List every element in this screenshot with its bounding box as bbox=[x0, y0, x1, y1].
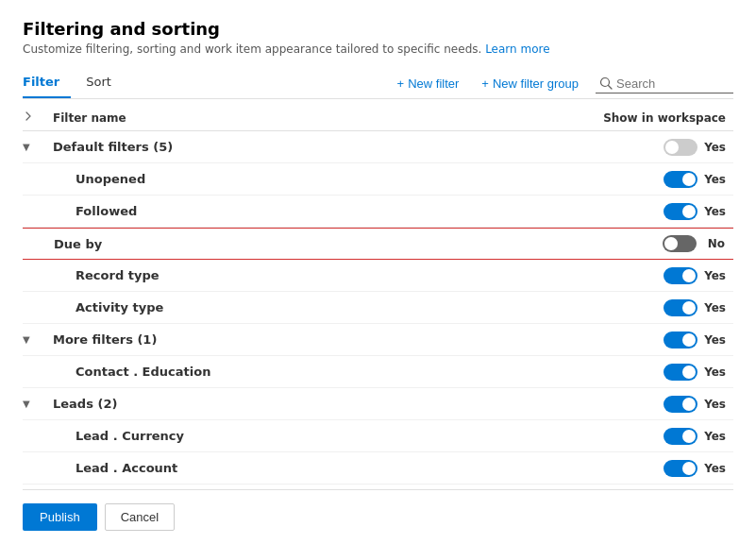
plus-icon: + bbox=[397, 76, 405, 91]
toolbar-actions: + New filter + New filter group bbox=[392, 73, 733, 94]
toggle-label-unopened: Yes bbox=[703, 173, 726, 186]
table-header: Filter name Show in workspace bbox=[23, 103, 733, 131]
filter-row-record-type: Record type Yes bbox=[23, 260, 733, 292]
expand-col-icon bbox=[23, 110, 34, 122]
filter-row-contact-education: Contact . Education Yes bbox=[23, 356, 733, 388]
toggle-default-filters[interactable] bbox=[664, 139, 697, 156]
toggle-label-record-type: Yes bbox=[703, 269, 726, 282]
tabs: Filter Sort bbox=[23, 69, 138, 98]
toggle-label-lead-currency: Yes bbox=[703, 430, 726, 443]
toggle-activity-type[interactable] bbox=[664, 299, 697, 316]
filter-label-unopened: Unopened bbox=[76, 172, 582, 186]
toggle-label-followed: Yes bbox=[703, 205, 726, 218]
toggle-unopened[interactable] bbox=[664, 171, 697, 188]
filter-row-lead-account: Lead . Account Yes bbox=[23, 452, 733, 484]
col-filter-name: Filter name bbox=[53, 111, 582, 125]
toggle-lead-currency[interactable] bbox=[664, 428, 697, 445]
toggle-followed[interactable] bbox=[664, 203, 697, 220]
toggle-contact-education[interactable] bbox=[664, 364, 697, 381]
filter-label-more-filters: More filters (1) bbox=[53, 332, 582, 347]
filter-row-default-filters: ▼ Default filters (5) Yes bbox=[23, 131, 733, 163]
new-filter-button[interactable]: + New filter bbox=[392, 73, 465, 94]
col-show-workspace: Show in workspace bbox=[582, 111, 733, 125]
filter-label-lead-currency: Lead . Currency bbox=[76, 429, 582, 443]
toggle-label-leads: Yes bbox=[703, 398, 726, 411]
filter-label-due-by: Due by bbox=[54, 237, 581, 251]
toggle-label-more-filters: Yes bbox=[703, 333, 726, 347]
filter-label-default-filters: Default filters (5) bbox=[53, 140, 582, 154]
filter-label-leads: Leads (2) bbox=[53, 397, 582, 411]
footer: Publish Cancel bbox=[23, 489, 733, 544]
toggle-label-activity-type: Yes bbox=[703, 301, 726, 314]
toggle-lead-account[interactable] bbox=[664, 460, 697, 477]
toggle-label-lead-account: Yes bbox=[703, 462, 726, 475]
chevron-down-icon-more[interactable]: ▼ bbox=[23, 334, 30, 345]
chevron-down-icon[interactable]: ▼ bbox=[23, 142, 30, 152]
filter-row-lead-currency: Lead . Currency Yes bbox=[23, 420, 733, 452]
toggle-label-contact-education: Yes bbox=[703, 366, 726, 379]
page-title: Filtering and sorting bbox=[23, 19, 733, 39]
filter-label-lead-account: Lead . Account bbox=[76, 461, 582, 475]
filter-label-record-type: Record type bbox=[76, 268, 582, 282]
filter-label-activity-type: Activity type bbox=[76, 300, 582, 314]
toggle-more-filters[interactable] bbox=[664, 332, 697, 348]
tabs-toolbar: Filter Sort + New filter + New filter gr… bbox=[23, 69, 733, 99]
tab-sort[interactable]: Sort bbox=[86, 69, 123, 98]
filter-label-followed: Followed bbox=[76, 204, 582, 218]
chevron-down-icon-leads[interactable]: ▼ bbox=[23, 399, 30, 409]
svg-line-1 bbox=[609, 86, 613, 90]
page-subtitle: Customize filtering, sorting and work it… bbox=[23, 42, 733, 56]
filter-row-followed: Followed Yes bbox=[23, 196, 733, 228]
filter-row-activity-type: Activity type Yes bbox=[23, 292, 733, 324]
toggle-leads[interactable] bbox=[664, 396, 697, 413]
toggle-record-type[interactable] bbox=[664, 267, 697, 284]
search-box[interactable] bbox=[596, 75, 733, 94]
filter-row-more-filters: ▼ More filters (1) Yes bbox=[23, 324, 733, 356]
learn-more-link[interactable]: Learn more bbox=[485, 42, 549, 56]
filter-row-unopened: Unopened Yes bbox=[23, 163, 733, 196]
search-input[interactable] bbox=[616, 76, 730, 91]
filter-list: ▼ Default filters (5) Yes Unopened bbox=[23, 131, 733, 489]
filter-row-due-by: Due by No bbox=[23, 228, 733, 260]
publish-button[interactable]: Publish bbox=[23, 503, 97, 531]
filter-label-contact-education: Contact . Education bbox=[76, 365, 582, 379]
toggle-label-due-by: No bbox=[702, 237, 725, 250]
tab-filter[interactable]: Filter bbox=[23, 69, 71, 98]
filter-row-leads: ▼ Leads (2) Yes bbox=[23, 388, 733, 420]
cancel-button[interactable]: Cancel bbox=[105, 503, 175, 531]
search-icon bbox=[599, 76, 613, 90]
plus-icon-2: + bbox=[481, 76, 489, 91]
new-filter-group-button[interactable]: + New filter group bbox=[476, 73, 584, 94]
toggle-label-default-filters: Yes bbox=[703, 141, 726, 154]
toggle-due-by[interactable] bbox=[663, 235, 697, 252]
